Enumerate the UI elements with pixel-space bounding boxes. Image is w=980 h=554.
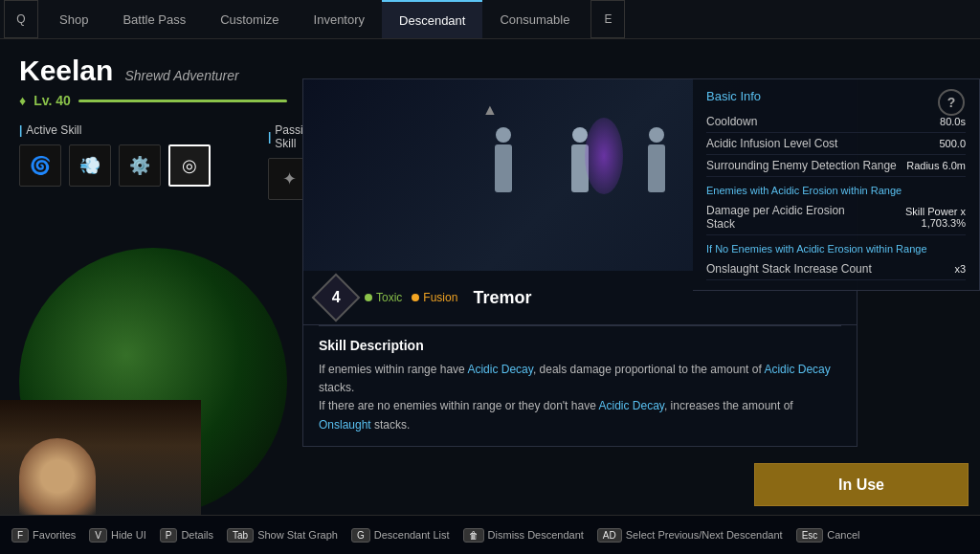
scroll-arrow-icon: ▲ bbox=[482, 101, 498, 118]
skill-figures bbox=[475, 127, 685, 223]
in-use-button[interactable]: In Use bbox=[754, 463, 969, 506]
skill-figure-1 bbox=[475, 127, 532, 223]
skill-slot-2[interactable]: 💨 bbox=[69, 144, 111, 187]
link-onslaught: Onslaught bbox=[319, 418, 371, 432]
bottom-cancel[interactable]: Esc Cancel bbox=[796, 528, 860, 543]
nav-consumable[interactable]: Consumable bbox=[482, 0, 587, 38]
stat-highlight-1: Enemies with Acidic Erosion within Range bbox=[706, 185, 966, 196]
skill-icon-1: 🌀 bbox=[30, 155, 51, 176]
stat-acidic-cost-value: 500.0 bbox=[939, 138, 966, 149]
stat-cooldown: Cooldown 80.0s bbox=[706, 111, 966, 133]
skill-tags: Toxic Fusion bbox=[365, 291, 457, 304]
fusion-label: Fusion bbox=[423, 291, 457, 304]
skill-slot-4[interactable]: ◎ bbox=[168, 144, 211, 187]
stat-detection-value: Radius 6.0m bbox=[906, 160, 966, 171]
stat-acidic-cost: Acidic Infusion Level Cost 500.0 bbox=[706, 133, 966, 155]
select-key: AD bbox=[597, 528, 622, 543]
nav-descendant-label: Descendant bbox=[399, 13, 465, 28]
level-text: Lv. 40 bbox=[33, 93, 71, 108]
e-nav-button[interactable]: E bbox=[590, 0, 625, 38]
skill-number-diamond: 4 bbox=[312, 274, 361, 322]
nav-battlepass[interactable]: Battle Pass bbox=[105, 0, 203, 38]
help-button[interactable]: ? bbox=[938, 89, 965, 116]
stat-cooldown-value: 80.0s bbox=[940, 116, 966, 127]
skill-desc-text: If enemies within range have Acidic Deca… bbox=[319, 361, 841, 434]
webcam-face bbox=[19, 438, 96, 515]
skill-icon-4: ◎ bbox=[182, 155, 197, 176]
skills-section: Active Skill 🌀 💨 ⚙️ ◎ bbox=[19, 123, 287, 211]
character-title: Shrewd Adventurer bbox=[124, 68, 238, 83]
bottom-stat-graph[interactable]: Tab Show Stat Graph bbox=[227, 528, 338, 543]
bottom-favorites[interactable]: F Favorites bbox=[11, 528, 76, 543]
nav-shop[interactable]: Shop bbox=[42, 0, 105, 38]
bottom-select-prev-next[interactable]: AD Select Previous/Next Descendant bbox=[597, 528, 783, 543]
bottom-descendant-list[interactable]: G Descendant List bbox=[351, 528, 450, 543]
nav-customize[interactable]: Customize bbox=[203, 0, 296, 38]
nav-inventory[interactable]: Inventory bbox=[297, 0, 382, 38]
link-acidic-decay-2: Acidic Decay bbox=[764, 363, 830, 376]
level-icon: ♦ bbox=[19, 93, 26, 108]
hide-ui-key: V bbox=[89, 528, 107, 543]
skill-icon-2: 💨 bbox=[79, 155, 100, 176]
skill-description-area: Skill Description If enemies within rang… bbox=[303, 326, 857, 446]
bottom-details[interactable]: P Details bbox=[160, 528, 213, 543]
nav-consumable-label: Consumable bbox=[500, 12, 569, 27]
help-icon-text: ? bbox=[947, 95, 956, 110]
active-skill-label: Active Skill bbox=[19, 123, 211, 137]
bottom-dismiss[interactable]: 🗑 Dismiss Descendant bbox=[463, 528, 584, 543]
in-use-label: In Use bbox=[838, 476, 884, 494]
link-acidic-decay-3: Acidic Decay bbox=[598, 399, 663, 412]
stat-cooldown-label: Cooldown bbox=[706, 115, 757, 128]
stat-highlight-2: If No Enemies with Acidic Erosion within… bbox=[706, 243, 966, 255]
skill-name: Tremor bbox=[473, 288, 531, 308]
nav-shop-label: Shop bbox=[59, 12, 88, 27]
details-label: Details bbox=[181, 529, 213, 541]
stat-damage-value: Skill Power x 1,703.3% bbox=[865, 206, 966, 229]
dismiss-label: Dismiss Descendant bbox=[488, 529, 584, 541]
skill-slot-3[interactable]: ⚙️ bbox=[119, 144, 161, 187]
nav-inventory-label: Inventory bbox=[314, 12, 365, 27]
skill-icon-3: ⚙️ bbox=[129, 155, 150, 176]
skill-tag-fusion: Fusion bbox=[412, 291, 457, 304]
stat-detection-range: Surrounding Enemy Detection Range Radius… bbox=[706, 155, 966, 177]
bottom-bar: F Favorites V Hide UI P Details Tab Show… bbox=[0, 515, 980, 554]
q-nav-button[interactable]: Q bbox=[4, 0, 38, 38]
main-content: Keelan Shrewd Adventurer ♦ Lv. 40 Active… bbox=[0, 39, 980, 554]
level-bar: ♦ Lv. 40 bbox=[19, 93, 287, 108]
scroll-indicator: ▲ bbox=[482, 101, 498, 119]
stat-acidic-cost-label: Acidic Infusion Level Cost bbox=[706, 137, 837, 150]
stat-onslaught: Onslaught Stack Increase Count x3 bbox=[706, 258, 966, 280]
stats-title: Basic Info bbox=[706, 89, 966, 103]
stat-detection-label: Surrounding Enemy Detection Range bbox=[706, 159, 897, 172]
details-key: P bbox=[160, 528, 178, 543]
stat-damage-stack: Damage per Acidic Erosion Stack Skill Po… bbox=[706, 200, 966, 235]
stat-onslaught-label: Onslaught Stack Increase Count bbox=[706, 262, 872, 276]
nav-descendant[interactable]: Descendant bbox=[382, 0, 482, 38]
hide-ui-label: Hide UI bbox=[111, 529, 146, 541]
stat-graph-key: Tab bbox=[227, 528, 254, 543]
stat-graph-label: Show Stat Graph bbox=[257, 529, 338, 541]
passive-icon-1: ✦ bbox=[282, 168, 297, 189]
skill-number-text: 4 bbox=[332, 289, 341, 306]
descendant-list-label: Descendant List bbox=[374, 529, 450, 541]
stats-panel: Basic Info Cooldown 80.0s Acidic Infusio… bbox=[693, 78, 980, 291]
dismiss-key: 🗑 bbox=[463, 528, 484, 543]
webcam-overlay bbox=[0, 400, 201, 515]
active-skills-row: 🌀 💨 ⚙️ ◎ bbox=[19, 144, 211, 187]
favorites-label: Favorites bbox=[33, 529, 76, 541]
bottom-hide-ui[interactable]: V Hide UI bbox=[89, 528, 145, 543]
skill-slot-1[interactable]: 🌀 bbox=[19, 144, 61, 187]
skill-figure-3 bbox=[628, 127, 685, 223]
toxic-dot bbox=[365, 294, 372, 301]
toxic-label: Toxic bbox=[376, 291, 402, 304]
q-label: Q bbox=[16, 12, 25, 26]
nav-customize-label: Customize bbox=[220, 12, 278, 27]
stat-onslaught-value: x3 bbox=[954, 263, 966, 275]
select-label: Select Previous/Next Descendant bbox=[626, 529, 783, 541]
stat-damage-label: Damage per Acidic Erosion Stack bbox=[706, 204, 865, 231]
descendant-list-key: G bbox=[351, 528, 370, 543]
cancel-label: Cancel bbox=[827, 529, 859, 541]
nav-bar: Q Shop Battle Pass Customize Inventory D… bbox=[0, 0, 980, 39]
nav-battlepass-label: Battle Pass bbox=[122, 12, 186, 27]
link-acidic-decay-1: Acidic Decay bbox=[467, 363, 532, 376]
